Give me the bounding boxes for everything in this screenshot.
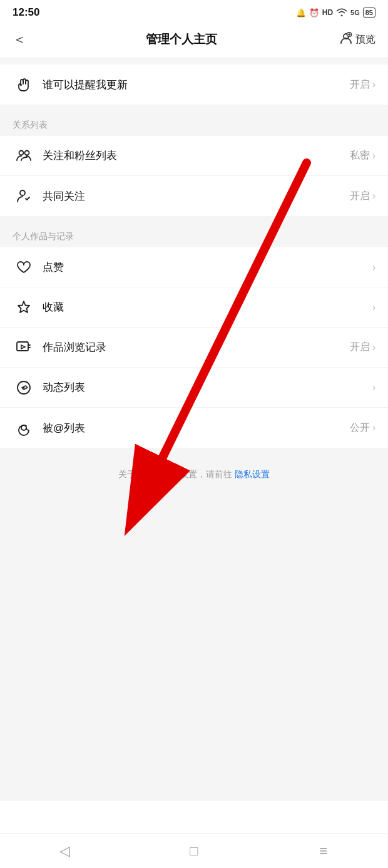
item-mutual-follow[interactable]: 共同关注 开启 › <box>0 176 388 216</box>
alarm-icon: ⏰ <box>309 8 319 18</box>
browse-history-arrow: › <box>372 342 375 353</box>
heart-icon <box>13 259 35 276</box>
status-icons: 🔔 ⏰ HD 5G 85 <box>296 8 375 18</box>
svg-rect-6 <box>17 342 28 351</box>
status-bar: 12:50 🔔 ⏰ HD 5G 85 <box>0 0 388 24</box>
status-time: 12:50 <box>13 6 39 19</box>
page-header: ＜ 管理个人主页 预览 <box>0 24 388 58</box>
nav-menu-button[interactable]: ≡ <box>258 843 388 859</box>
follow-fans-arrow: › <box>372 150 375 162</box>
likes-arrow: › <box>372 262 375 273</box>
dynamic-list-label: 动态列表 <box>43 380 370 395</box>
svg-marker-5 <box>18 301 29 313</box>
item-browse-history[interactable]: 作品浏览记录 开启 › <box>0 328 388 368</box>
user-check-icon <box>13 188 35 204</box>
wifi-icon <box>336 8 347 18</box>
item-at-list[interactable]: 被@列表 公开 › <box>0 408 388 448</box>
at-list-value: 公开 <box>350 421 370 435</box>
svg-point-2 <box>19 150 24 155</box>
at-list-arrow: › <box>372 422 375 433</box>
nav-back-button[interactable]: ◁ <box>0 843 130 859</box>
svg-point-3 <box>25 150 29 155</box>
follow-fans-value: 私密 <box>350 149 370 162</box>
privacy-settings-link[interactable]: 隐私设置 <box>235 469 270 479</box>
bottom-nav: ◁ □ ≡ <box>0 833 388 868</box>
at-list-label: 被@列表 <box>43 421 350 435</box>
content-area: 谁可以提醒我更新 开启 › 关系列表 关注和粉丝列表 私密 <box>0 58 388 801</box>
footer-note: 关于其他权限的设置，请前往 隐私设置 <box>0 454 388 490</box>
section-works: 点赞 › 收藏 › <box>0 247 388 448</box>
follow-fans-label: 关注和粉丝列表 <box>43 148 350 163</box>
item-dynamic-list[interactable]: 动态列表 › <box>0 368 388 408</box>
preview-icon <box>339 32 353 47</box>
preview-label: 预览 <box>355 33 375 46</box>
mutual-follow-value: 开启 <box>350 190 370 203</box>
preview-button[interactable]: 预览 <box>325 32 375 47</box>
hd-icon: HD <box>322 8 333 17</box>
star-icon <box>13 299 35 316</box>
play-record-icon <box>13 339 35 356</box>
battery-icon: 85 <box>363 8 375 18</box>
section-label-relations: 关系列表 <box>0 111 388 136</box>
who-remind-label: 谁可以提醒我更新 <box>43 78 350 92</box>
page-title: 管理个人主页 <box>38 31 325 48</box>
nav-home-button[interactable]: □ <box>130 843 259 859</box>
svg-marker-7 <box>21 345 25 349</box>
favorites-label: 收藏 <box>43 300 370 314</box>
section-label-works: 个人作品与记录 <box>0 222 388 247</box>
notification-icon: 🔔 <box>296 8 306 18</box>
item-who-remind[interactable]: 谁可以提醒我更新 开启 › <box>0 65 388 105</box>
who-remind-value: 开启 <box>350 78 370 91</box>
mutual-follow-label: 共同关注 <box>43 189 350 204</box>
item-favorites[interactable]: 收藏 › <box>0 287 388 328</box>
section-relations: 关注和粉丝列表 私密 › 共同关注 开启 › <box>0 136 388 216</box>
mutual-follow-arrow: › <box>372 190 375 202</box>
hand-icon <box>13 76 35 93</box>
browse-history-value: 开启 <box>350 341 370 354</box>
at-icon <box>13 420 35 436</box>
browse-history-label: 作品浏览记录 <box>43 340 350 354</box>
users-icon <box>13 148 35 164</box>
dynamic-list-arrow: › <box>372 382 375 393</box>
who-remind-arrow: › <box>372 79 375 90</box>
svg-point-4 <box>20 190 25 195</box>
signal-icon: 5G <box>350 9 360 16</box>
back-button[interactable]: ＜ <box>13 30 38 49</box>
item-likes[interactable]: 点赞 › <box>0 247 388 287</box>
svg-point-10 <box>23 386 25 388</box>
likes-label: 点赞 <box>43 260 370 274</box>
item-follow-fans[interactable]: 关注和粉丝列表 私密 › <box>0 136 388 176</box>
compass-icon <box>13 380 35 396</box>
section-notify: 谁可以提醒我更新 开启 › <box>0 65 388 105</box>
favorites-arrow: › <box>372 302 375 313</box>
